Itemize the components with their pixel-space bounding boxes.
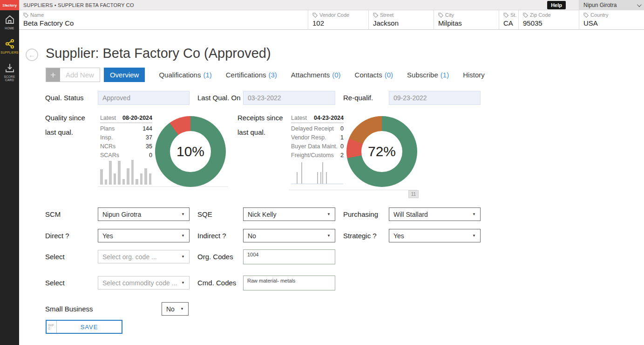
sidebar-item-score-card[interactable]: SCORE CARD	[0, 62, 19, 82]
field-label: Street	[380, 12, 393, 18]
sqe-label: SQE	[197, 210, 212, 218]
chevron-down-icon: ▼	[181, 234, 185, 238]
home-icon	[4, 14, 15, 25]
stat-row: Vendor Resp.1	[291, 133, 344, 142]
tab-overview[interactable]: Overview	[104, 68, 145, 82]
field-name[interactable]: Name Beta Factory Co	[19, 10, 308, 29]
keyboard-shortcut-hint: SHF G	[47, 321, 57, 333]
field-label: Name	[30, 12, 44, 18]
commodity-code-select[interactable]: Select commodity code ...▼	[98, 276, 190, 290]
quality-section-title-line2: last qual.	[45, 128, 73, 136]
chevron-down-icon: ▼	[181, 255, 185, 259]
field-value: Milpitas	[438, 19, 499, 27]
trend-bar	[109, 161, 112, 185]
sidebar: HOME SUPPLIERS SCORE CARD	[0, 10, 19, 345]
stat-row: NCRs35	[100, 142, 152, 151]
field-label: Zip Code	[530, 12, 551, 18]
trend-bar	[136, 179, 138, 185]
trend-spike	[301, 162, 302, 184]
trend-bar	[114, 173, 116, 185]
strategic-label: Strategic ?	[343, 232, 377, 240]
chevron-down-icon: ▼	[327, 234, 331, 238]
quality-section-title-line1: Quality since	[45, 114, 85, 122]
trend-bar	[127, 168, 129, 185]
trend-bar	[105, 179, 108, 185]
cmd-codes-field[interactable]: Raw material- metals	[243, 276, 335, 290]
select-commodity-label: Select	[45, 279, 65, 287]
user-menu[interactable]: Nipun Girotra	[579, 0, 644, 10]
supplier-header-fields: Name Beta Factory Co Vendor Code 102 Str…	[19, 10, 644, 30]
sidebar-item-suppliers[interactable]: SUPPLIERS	[0, 38, 19, 54]
field-city[interactable]: City Milpitas	[434, 10, 499, 29]
field-label: City	[445, 12, 454, 18]
scm-dropdown[interactable]: Nipun Girotra▼	[98, 207, 190, 221]
receipts-trend-chart	[291, 162, 343, 184]
field-country[interactable]: Country USA	[579, 10, 644, 29]
tag-icon	[503, 13, 508, 18]
owners-row: SCM Nipun Girotra▼ SQE Nick Kelly▼ Purch…	[0, 207, 512, 223]
tab-subscribe[interactable]: Subscribe(1)	[407, 68, 449, 82]
org-codes-row: Select Select org. code ...▼ Org. Codes …	[0, 250, 512, 266]
tab-attachments[interactable]: Attachments(0)	[291, 68, 341, 82]
small-business-label: Small Business	[45, 305, 93, 313]
quality-stats: Latest08-20-2024 Plans144 Insp.37 NCRs35…	[100, 113, 152, 159]
sidebar-item-home[interactable]: HOME	[0, 14, 19, 30]
save-button[interactable]: SHF G SAVE	[46, 320, 122, 334]
trend-bar	[118, 161, 121, 185]
field-value: 95035	[523, 19, 579, 27]
app-logo[interactable]: 1factory	[0, 0, 19, 10]
tag-icon	[438, 13, 443, 18]
tab-history[interactable]: History	[463, 68, 485, 82]
field-label: Vendor Code	[319, 12, 349, 18]
stat-row: Insp.37	[100, 133, 152, 142]
breadcrumb: SUPPLIERS • SUPPLIER BETA FACTORY CO	[23, 0, 134, 10]
chevron-down-icon: ▼	[472, 212, 476, 216]
field-zip-code[interactable]: Zip Code 95035	[518, 10, 579, 29]
trend-spike	[320, 172, 321, 184]
receipts-stats: Latest04-23-2024 Delayed Receipt0 Vendor…	[291, 113, 344, 159]
last-qual-on-field: 03-23-2022	[243, 91, 335, 105]
field-label: St.	[510, 12, 516, 18]
chevron-down-icon: ▼	[181, 281, 185, 285]
cmd-codes-label: Cmd. Codes	[197, 279, 236, 287]
help-button[interactable]: Help	[547, 1, 566, 9]
field-value: CA	[503, 19, 518, 27]
plus-icon: +	[46, 68, 60, 82]
re-qualif-label: Re-qualif.	[343, 94, 373, 102]
trend-spike	[317, 172, 318, 184]
tab-certifications[interactable]: Certifications(3)	[226, 68, 277, 82]
tag-icon	[523, 13, 528, 18]
tab-qualifications[interactable]: Qualifications(1)	[159, 68, 211, 82]
field-street[interactable]: Street Jackson	[368, 10, 434, 29]
field-value: Jackson	[373, 19, 434, 27]
quality-donut-percent: 10%	[176, 144, 204, 159]
tab-contacts[interactable]: Contacts(0)	[355, 68, 393, 82]
tag-icon	[373, 13, 378, 18]
stat-row: Buyer Data Maint.0	[291, 142, 344, 151]
quality-trend-chart	[100, 159, 151, 185]
org-codes-field[interactable]: 1004	[243, 249, 335, 264]
small-business-dropdown[interactable]: No▼	[162, 302, 189, 316]
purchasing-label: Purchasing	[343, 210, 378, 218]
field-vendor-code[interactable]: Vendor Code 102	[308, 10, 368, 29]
indirect-dropdown[interactable]: No▼	[243, 229, 335, 242]
field-state[interactable]: St. CA	[499, 10, 518, 29]
strategic-dropdown[interactable]: Yes▼	[389, 229, 481, 242]
field-value: Beta Factory Co	[23, 19, 308, 27]
back-button[interactable]: ←	[26, 48, 38, 61]
stat-row: Latest04-23-2024	[291, 113, 344, 123]
trend-spike	[322, 162, 323, 184]
tag-icon	[23, 13, 28, 18]
add-new-button[interactable]: + Add New	[46, 68, 100, 82]
commodity-codes-row: Select Select commodity code ...▼ Cmd. C…	[0, 276, 512, 292]
divider	[98, 186, 228, 187]
org-code-select[interactable]: Select org. code ...▼	[98, 250, 190, 263]
purchasing-dropdown[interactable]: Will Stallard▼	[389, 207, 481, 221]
page-title: Supplier: Beta Factory Co (Approved)	[46, 46, 271, 61]
field-value: USA	[583, 19, 644, 27]
trend-bar	[100, 169, 103, 185]
direct-dropdown[interactable]: Yes▼	[98, 229, 190, 242]
sqe-dropdown[interactable]: Nick Kelly▼	[243, 207, 335, 221]
chevron-down-icon: ▼	[181, 212, 185, 216]
stat-row: SCARs0	[100, 151, 152, 159]
